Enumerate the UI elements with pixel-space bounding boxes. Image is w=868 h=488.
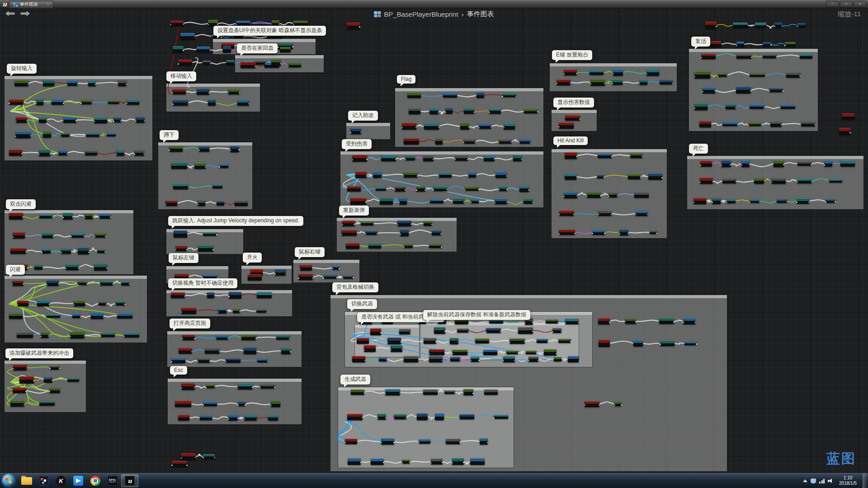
blueprint-node[interactable] xyxy=(404,138,419,144)
blueprint-node[interactable] xyxy=(659,318,675,324)
blueprint-node[interactable] xyxy=(774,23,782,28)
comment-label[interactable]: 切换视角 暂时不确定使用 xyxy=(168,278,237,288)
blueprint-node[interactable] xyxy=(826,199,835,203)
blueprint-node[interactable] xyxy=(178,415,189,420)
blueprint-node[interactable] xyxy=(97,249,105,253)
blueprint-node[interactable] xyxy=(72,314,81,319)
comment-label[interactable]: 死亡 xyxy=(689,144,708,154)
blueprint-node[interactable] xyxy=(736,42,744,47)
blueprint-node[interactable] xyxy=(14,80,28,86)
comment-box[interactable] xyxy=(550,63,677,91)
blueprint-node[interactable] xyxy=(198,245,213,252)
comment-label[interactable]: 显示伤害数值 xyxy=(553,98,594,108)
blueprint-node[interactable] xyxy=(391,345,402,352)
blueprint-node[interactable] xyxy=(558,339,571,343)
blueprint-node[interactable] xyxy=(429,244,442,248)
blueprint-node[interactable] xyxy=(455,155,467,161)
blueprint-node[interactable] xyxy=(352,155,367,162)
blueprint-node[interactable] xyxy=(755,23,766,28)
blueprint-node[interactable] xyxy=(203,402,217,406)
blueprint-node[interactable] xyxy=(736,54,751,58)
blueprint-node[interactable] xyxy=(748,122,762,126)
blueprint-node[interactable] xyxy=(612,80,622,84)
blueprint-node[interactable] xyxy=(443,93,457,98)
comment-label[interactable]: 受到伤害 xyxy=(342,139,372,149)
blueprint-node[interactable] xyxy=(380,198,393,205)
blueprint-node[interactable] xyxy=(402,460,410,464)
blueprint-node[interactable] xyxy=(434,327,445,334)
blueprint-node[interactable] xyxy=(660,80,673,84)
blueprint-node[interactable] xyxy=(800,54,813,58)
forward-button[interactable] xyxy=(20,10,31,17)
blueprint-node[interactable] xyxy=(446,439,460,445)
blueprint-node[interactable] xyxy=(635,211,647,216)
blueprint-node[interactable] xyxy=(829,179,842,183)
blueprint-node[interactable] xyxy=(241,62,255,68)
blueprint-node[interactable] xyxy=(518,327,533,334)
blueprint-node[interactable] xyxy=(256,309,266,313)
blueprint-node[interactable] xyxy=(565,174,576,180)
blueprint-node[interactable] xyxy=(293,21,308,26)
blueprint-node[interactable] xyxy=(628,174,641,180)
blueprint-node[interactable] xyxy=(403,172,418,178)
blueprint-node[interactable] xyxy=(46,314,60,318)
blueprint-node[interactable] xyxy=(693,198,706,204)
blueprint-node[interactable] xyxy=(61,249,71,254)
blueprint-node[interactable] xyxy=(376,187,386,191)
blueprint-node[interactable] xyxy=(237,100,249,106)
event-graph-canvas[interactable]: BP_BasePlayerBlueprint › 事件图表 缩放-11 旋转输入… xyxy=(0,8,868,474)
blueprint-node[interactable] xyxy=(115,301,125,305)
blueprint-node[interactable] xyxy=(450,357,460,361)
blueprint-node[interactable] xyxy=(171,358,186,363)
blueprint-node[interactable] xyxy=(769,88,783,92)
comment-label[interactable]: 重新装弹 xyxy=(339,206,369,216)
blueprint-node[interactable] xyxy=(43,80,54,86)
blueprint-node[interactable] xyxy=(345,439,357,444)
blueprint-node[interactable] xyxy=(216,335,228,340)
blueprint-node[interactable] xyxy=(650,230,657,234)
blueprint-node[interactable] xyxy=(399,198,407,205)
blueprint-node[interactable] xyxy=(15,131,31,138)
comment-label[interactable]: Flag xyxy=(397,75,415,84)
blueprint-node[interactable] xyxy=(34,265,42,270)
window-tab-event-graph[interactable]: 事件图表 × xyxy=(9,1,53,8)
blueprint-node[interactable] xyxy=(506,351,519,354)
blueprint-node[interactable] xyxy=(565,115,580,121)
blueprint-node[interactable] xyxy=(786,72,800,78)
blueprint-node[interactable] xyxy=(470,458,485,465)
blueprint-node[interactable] xyxy=(244,415,257,421)
blueprint-node[interactable] xyxy=(280,47,291,52)
blueprint-node[interactable] xyxy=(797,198,809,204)
blueprint-node[interactable] xyxy=(351,389,364,395)
blueprint-node[interactable] xyxy=(61,133,70,137)
blueprint-node[interactable] xyxy=(230,146,239,152)
blueprint-node[interactable] xyxy=(117,313,132,319)
blueprint-node[interactable] xyxy=(495,198,508,204)
blueprint-node[interactable] xyxy=(433,187,447,191)
taskbar-clock[interactable]: 1:10 2018/1/5 xyxy=(836,475,859,487)
blueprint-node[interactable] xyxy=(479,124,491,129)
blueprint-node[interactable] xyxy=(405,156,415,160)
blueprint-node[interactable] xyxy=(58,150,67,155)
blueprint-node[interactable] xyxy=(47,280,59,286)
blueprint-node[interactable] xyxy=(404,244,413,248)
blueprint-node[interactable] xyxy=(646,69,659,76)
blueprint-node[interactable] xyxy=(173,183,188,190)
blueprint-node[interactable] xyxy=(592,230,604,235)
blueprint-node[interactable] xyxy=(394,414,406,419)
blueprint-node[interactable] xyxy=(699,121,711,127)
blueprint-node[interactable] xyxy=(424,338,436,344)
blueprint-node[interactable] xyxy=(116,150,124,156)
comment-label[interactable]: 添加爆破武器带来的冲击 xyxy=(5,348,73,358)
blueprint-node[interactable] xyxy=(480,438,488,444)
show-desktop-button[interactable] xyxy=(863,474,867,488)
taskbar-icon-file-explorer[interactable] xyxy=(18,474,35,487)
blueprint-node[interactable] xyxy=(424,221,432,225)
taskbar-icon-app-dark[interactable] xyxy=(35,474,52,487)
blueprint-node[interactable] xyxy=(494,415,508,419)
tray-expand-icon[interactable] xyxy=(803,479,807,482)
blueprint-node[interactable] xyxy=(171,292,185,298)
blueprint-node[interactable] xyxy=(381,438,394,445)
blueprint-node[interactable] xyxy=(42,249,51,253)
blueprint-node[interactable] xyxy=(546,319,558,323)
